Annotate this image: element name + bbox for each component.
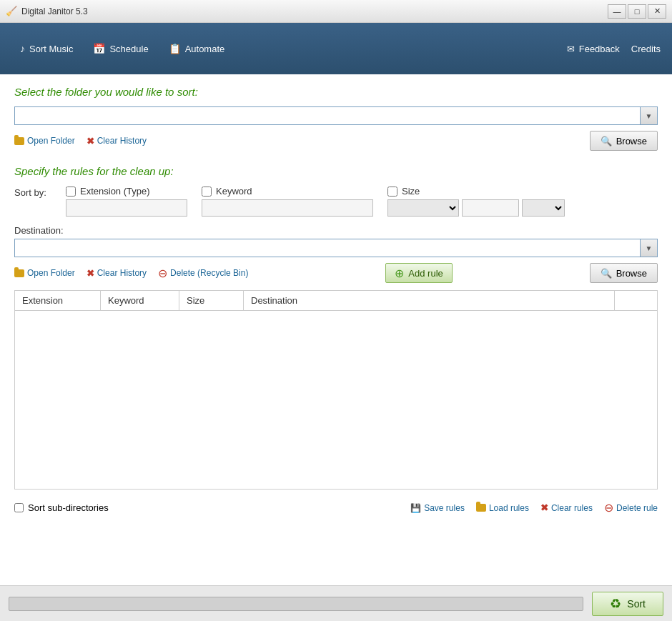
size-label[interactable]: Size [387,186,565,197]
add-rule-label: Add rule [408,268,443,279]
sort-button[interactable]: ♻ Sort [592,592,663,616]
extension-checkbox[interactable] [66,187,76,197]
folder-dropdown-button[interactable]: ▼ [641,106,658,125]
size-group: Size [387,186,565,217]
menu-schedule[interactable]: 📅 Schedule [84,39,157,59]
clear-history-link-2[interactable]: ✖ Clear History [87,268,147,279]
destination-dropdown-button[interactable]: ▼ [641,239,658,257]
extension-label-text: Extension (Type) [80,186,150,197]
bottom-options-row: Sort sub-directories 💾 Save rules Load r… [14,497,658,519]
schedule-icon: 📅 [93,43,105,54]
keyword-checkbox[interactable] [202,187,212,197]
menu-automate[interactable]: 📋 Automate [160,39,234,59]
automate-icon: 📋 [169,43,181,54]
app-title: Digital Janitor 5.3 [21,6,608,16]
size-value-input[interactable] [462,199,519,217]
destination-path-input[interactable] [14,239,641,257]
menu-items-right: ✉ Feedback Credits [567,44,661,54]
add-icon: ⊕ [395,267,404,280]
maximize-button[interactable]: □ [628,4,646,19]
section2-title: Specify the rules for the clean up: [14,165,658,177]
sub-directories-checkbox[interactable] [14,503,24,512]
minimize-button[interactable]: — [608,4,626,19]
rules-table: Extension Keyword Size Destination [14,290,658,490]
load-rules-link[interactable]: Load rules [476,503,529,513]
destination-combo-row: ▼ [14,239,658,257]
music-icon: ♪ [20,43,25,54]
menu-items-left: ♪ Sort Music 📅 Schedule 📋 Automate [11,39,567,59]
rules-action-row: Open Folder ✖ Clear History ⊖ Delete (Re… [14,263,658,283]
delete-recycle-text: Delete (Recycle Bin) [170,268,248,278]
delete-rule-link[interactable]: ⊖ Delete rule [604,501,658,515]
footer-bar: ♻ Sort [0,585,672,621]
col-extension: Extension [15,291,101,311]
minus-icon-2: ⊖ [604,501,613,515]
window-controls: — □ ✕ [608,4,666,19]
save-rules-text: Save rules [424,503,465,513]
browse-button-2[interactable]: 🔍 Browse [590,263,658,283]
clear-history-text-1: Clear History [97,136,147,146]
size-unit-select[interactable] [522,199,565,217]
clear-rules-link[interactable]: ✖ Clear rules [540,502,593,513]
minus-icon-1: ⊖ [158,267,167,280]
save-rules-link[interactable]: 💾 Save rules [410,503,465,513]
extension-label[interactable]: Extension (Type) [66,186,187,197]
delete-rule-text: Delete rule [616,503,658,513]
menu-feedback[interactable]: ✉ Feedback [567,44,620,54]
sort-by-label: Sort by: [14,186,57,198]
menu-automate-label: Automate [185,44,225,54]
browse-label-1: Browse [616,136,647,146]
clear-history-text-2: Clear History [97,268,147,278]
col-size: Size [179,291,244,311]
browse-button-1[interactable]: 🔍 Browse [590,131,658,151]
size-comparator-select[interactable] [387,199,459,217]
col-keyword: Keyword [101,291,179,311]
menu-credits-label: Credits [631,44,661,54]
sort-button-label: Sort [627,598,646,610]
folder-input-row: ▼ [14,106,658,125]
folder-icon-1 [14,137,24,145]
menu-schedule-label: Schedule [109,44,148,54]
extension-group: Extension (Type) [66,186,187,217]
open-folder-link-1[interactable]: Open Folder [14,136,75,146]
app-icon: 🧹 [6,6,17,17]
folder-icon-3 [476,504,486,512]
rules-table-body [15,311,658,490]
menu-credits[interactable]: Credits [631,44,661,54]
folder-path-input[interactable] [14,106,641,125]
extension-input[interactable] [66,199,187,217]
open-folder-link-2[interactable]: Open Folder [14,268,75,278]
sort-by-row: Sort by: Extension (Type) Keyword [14,186,658,217]
progress-bar-container [9,597,583,611]
keyword-group: Keyword [202,186,373,217]
add-rule-button[interactable]: ⊕ Add rule [385,263,452,283]
menu-bar: ♪ Sort Music 📅 Schedule 📋 Automate ✉ Fee… [0,23,672,74]
browse-label-2: Browse [616,268,647,279]
menu-sort-music[interactable]: ♪ Sort Music [11,39,81,59]
open-folder-text-2: Open Folder [27,268,75,278]
close-button[interactable]: ✕ [648,4,666,19]
keyword-label[interactable]: Keyword [202,186,373,197]
size-checkbox[interactable] [387,187,397,197]
menu-sort-music-label: Sort Music [29,44,73,54]
bottom-right-actions: 💾 Save rules Load rules ✖ Clear rules ⊖ … [410,501,658,515]
main-content: Select the folder you would like to sort… [0,74,672,585]
folder-icon-2 [14,269,24,277]
email-icon: ✉ [567,44,575,54]
delete-recycle-link[interactable]: ⊖ Delete (Recycle Bin) [158,267,248,280]
sort-icon: ♻ [610,596,621,612]
clear-rules-text: Clear rules [551,503,593,513]
size-label-text: Size [402,186,420,197]
keyword-input[interactable] [202,199,373,217]
open-folder-text-1: Open Folder [27,136,75,146]
col-actions [615,291,658,311]
sub-directories-text: Sort sub-directories [28,502,109,513]
x-icon-2: ✖ [87,268,94,279]
load-rules-text: Load rules [489,503,529,513]
menu-feedback-label: Feedback [579,44,620,54]
sub-directories-label[interactable]: Sort sub-directories [14,502,109,513]
x-icon-3: ✖ [540,502,548,513]
clear-history-link-1[interactable]: ✖ Clear History [87,136,147,146]
title-bar: 🧹 Digital Janitor 5.3 — □ ✕ [0,0,672,23]
save-icon: 💾 [410,503,421,513]
